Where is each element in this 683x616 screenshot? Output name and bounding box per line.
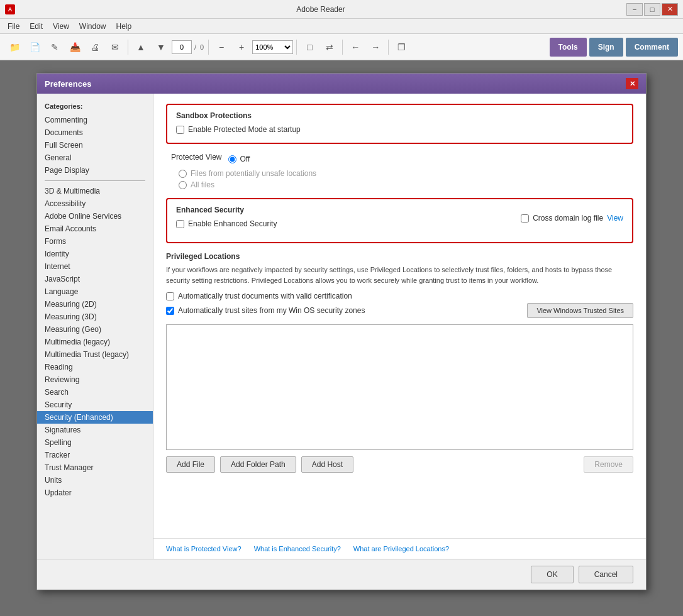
menu-help[interactable]: Help <box>111 20 137 33</box>
enhanced-security-title: Enhanced Security <box>176 206 277 214</box>
sidebar-item-general[interactable]: General <box>37 151 153 164</box>
pv-unsafe-radio[interactable] <box>179 170 187 178</box>
cross-domain-label[interactable]: Cross domain log file <box>533 214 603 223</box>
toolbar-email-btn[interactable]: ✉ <box>106 38 125 57</box>
menu-window[interactable]: Window <box>74 20 111 33</box>
maximize-button[interactable]: □ <box>644 3 660 16</box>
enable-enhanced-security-row: Enable Enhanced Security <box>176 219 277 228</box>
title-bar: A Adobe Reader − □ ✕ <box>0 0 683 19</box>
dialog-close-button[interactable]: ✕ <box>626 78 638 89</box>
zoom-out-btn[interactable]: − <box>212 38 231 57</box>
sidebar-item-javascript[interactable]: JavaScript <box>37 273 153 285</box>
pv-off-label[interactable]: Off <box>240 155 250 163</box>
sign-button[interactable]: Sign <box>589 38 623 57</box>
toolbar-next-btn[interactable]: ▼ <box>152 38 170 57</box>
dialog-footer: OK Cancel <box>37 559 646 590</box>
pv-all-label[interactable]: All files <box>191 180 214 189</box>
help-links-row: What is Protected View? What is Enhanced… <box>153 538 646 559</box>
toolbar-print-btn[interactable]: 🖨 <box>86 38 104 57</box>
sidebar-item-identity[interactable]: Identity <box>37 248 153 260</box>
sidebar-item-spelling[interactable]: Spelling <box>37 436 153 449</box>
toolbar-prev-btn[interactable]: ▲ <box>131 38 150 57</box>
add-host-button[interactable]: Add Host <box>301 456 353 473</box>
remove-button[interactable]: Remove <box>584 456 633 473</box>
sidebar-item-multimedia-legacy[interactable]: Multimedia (legacy) <box>37 336 153 348</box>
sidebar-item-page-display[interactable]: Page Display <box>37 164 153 177</box>
menu-edit[interactable]: Edit <box>25 20 48 33</box>
page-number-input[interactable] <box>172 40 192 54</box>
toolbar-annotate-btn[interactable]: 📄 <box>25 38 44 57</box>
sidebar-item-units[interactable]: Units <box>37 474 153 487</box>
toolbar-open-btn[interactable]: 📁 <box>5 38 24 57</box>
pv-unsafe-label[interactable]: Files from potentially unsafe locations <box>191 169 316 178</box>
sidebar-item-search[interactable]: Search <box>37 386 153 399</box>
fullscreen-btn[interactable]: ❐ <box>392 38 411 57</box>
prev-view-btn[interactable]: ← <box>346 38 365 57</box>
view-windows-trusted-sites-button[interactable]: View Windows Trusted Sites <box>527 303 633 318</box>
sidebar-item-email-accounts[interactable]: Email Accounts <box>37 223 153 235</box>
auto-trust-win-zones-label[interactable]: Automatically trust sites from my Win OS… <box>178 306 365 315</box>
add-file-button[interactable]: Add File <box>166 456 215 473</box>
zoom-select[interactable]: 100% 75% 125% 150% 200% <box>252 40 293 54</box>
sidebar-item-language[interactable]: Language <box>37 285 153 298</box>
cross-domain-view-link[interactable]: View <box>607 214 623 223</box>
sidebar-item-tracker[interactable]: Tracker <box>37 449 153 461</box>
menu-view[interactable]: View <box>48 20 74 33</box>
menu-file[interactable]: File <box>3 20 25 33</box>
auto-trust-valid-cert-checkbox[interactable] <box>166 292 174 300</box>
enable-enhanced-security-label[interactable]: Enable Enhanced Security <box>188 219 277 228</box>
privileged-locations-title: Privileged Locations <box>166 252 633 261</box>
sidebar-item-documents[interactable]: Documents <box>37 126 153 139</box>
sidebar-item-security-enhanced[interactable]: Security (Enhanced) <box>37 411 153 424</box>
preferences-dialog: Preferences ✕ Categories: Commenting Doc… <box>36 73 647 590</box>
pv-all-radio[interactable] <box>179 181 187 189</box>
minimize-button[interactable]: − <box>626 3 643 16</box>
enable-protected-mode-label[interactable]: Enable Protected Mode at startup <box>188 125 301 134</box>
sidebar-item-commenting[interactable]: Commenting <box>37 114 153 126</box>
comment-button[interactable]: Comment <box>626 38 678 57</box>
fit-width-btn[interactable]: ⇄ <box>320 38 339 57</box>
sidebar-item-internet[interactable]: Internet <box>37 260 153 273</box>
tools-button[interactable]: Tools <box>550 38 587 57</box>
sidebar-item-security[interactable]: Security <box>37 399 153 411</box>
sidebar-item-signatures[interactable]: Signatures <box>37 424 153 436</box>
sidebar-item-multimedia-trust-legacy[interactable]: Multimedia Trust (legacy) <box>37 348 153 361</box>
pv-off-radio[interactable] <box>228 155 236 163</box>
sidebar-item-adobe-online-services[interactable]: Adobe Online Services <box>37 210 153 223</box>
auto-trust-valid-cert-label[interactable]: Automatically trust documents with valid… <box>178 292 352 300</box>
add-folder-path-button[interactable]: Add Folder Path <box>220 456 296 473</box>
window-close-button[interactable]: ✕ <box>662 3 678 16</box>
link-protected-view[interactable]: What is Protected View? <box>166 545 242 553</box>
fit-page-btn[interactable]: □ <box>300 38 319 57</box>
sidebar-item-trust-manager[interactable]: Trust Manager <box>37 461 153 474</box>
link-enhanced-security[interactable]: What is Enhanced Security? <box>254 545 341 553</box>
sidebar-item-3d-multimedia[interactable]: 3D & Multimedia <box>37 185 153 197</box>
toolbar-send-btn[interactable]: 📥 <box>65 38 84 57</box>
nav-separator: / <box>193 43 197 51</box>
auto-trust-win-zones-checkbox[interactable] <box>166 307 174 315</box>
toolbar-separator-1 <box>128 40 128 55</box>
sidebar-item-reading[interactable]: Reading <box>37 361 153 373</box>
toolbar-edit-btn[interactable]: ✎ <box>45 38 64 57</box>
privileged-locations-desc: If your workflows are negatively impacte… <box>166 265 633 285</box>
sidebar-item-reviewing[interactable]: Reviewing <box>37 373 153 386</box>
ok-button[interactable]: OK <box>531 566 573 583</box>
sidebar-item-measuring-3d[interactable]: Measuring (3D) <box>37 311 153 323</box>
sidebar-item-updater[interactable]: Updater <box>37 487 153 499</box>
cross-domain-checkbox[interactable] <box>521 214 529 223</box>
sidebar-item-full-screen[interactable]: Full Screen <box>37 139 153 151</box>
toolbar-right-group: Tools Sign Comment <box>550 38 678 57</box>
enable-protected-mode-checkbox[interactable] <box>176 126 184 134</box>
next-view-btn[interactable]: → <box>366 38 385 57</box>
privileged-locations-list <box>166 324 633 450</box>
sidebar-item-forms[interactable]: Forms <box>37 235 153 248</box>
sidebar-item-measuring-2d[interactable]: Measuring (2D) <box>37 298 153 311</box>
zoom-in-btn[interactable]: + <box>232 38 251 57</box>
link-privileged-locations[interactable]: What are Privileged Locations? <box>353 545 449 553</box>
auto-trust-valid-cert-row: Automatically trust documents with valid… <box>166 292 633 300</box>
enable-enhanced-security-checkbox[interactable] <box>176 220 184 228</box>
dialog-body: Categories: Commenting Documents Full Sc… <box>37 94 646 559</box>
sidebar-item-accessibility[interactable]: Accessibility <box>37 197 153 210</box>
sidebar-item-measuring-geo[interactable]: Measuring (Geo) <box>37 323 153 336</box>
cancel-button[interactable]: Cancel <box>579 566 633 583</box>
